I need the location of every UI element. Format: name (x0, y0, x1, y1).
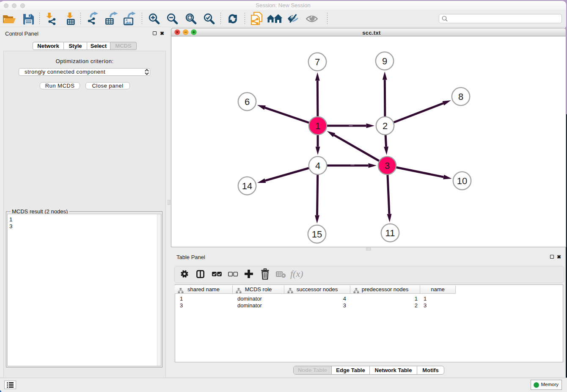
svg-text:3: 3 (385, 160, 390, 171)
svg-text:6: 6 (245, 97, 250, 107)
svg-text:14: 14 (242, 181, 252, 191)
svg-text:7: 7 (315, 57, 320, 67)
svg-text:15: 15 (312, 229, 322, 240)
svg-text:8: 8 (458, 91, 463, 102)
svg-text:2: 2 (383, 121, 388, 131)
svg-text:1: 1 (315, 121, 320, 131)
svg-text:11: 11 (385, 228, 395, 238)
svg-text:4: 4 (315, 160, 320, 171)
svg-text:10: 10 (457, 176, 467, 186)
svg-text:9: 9 (382, 56, 387, 66)
